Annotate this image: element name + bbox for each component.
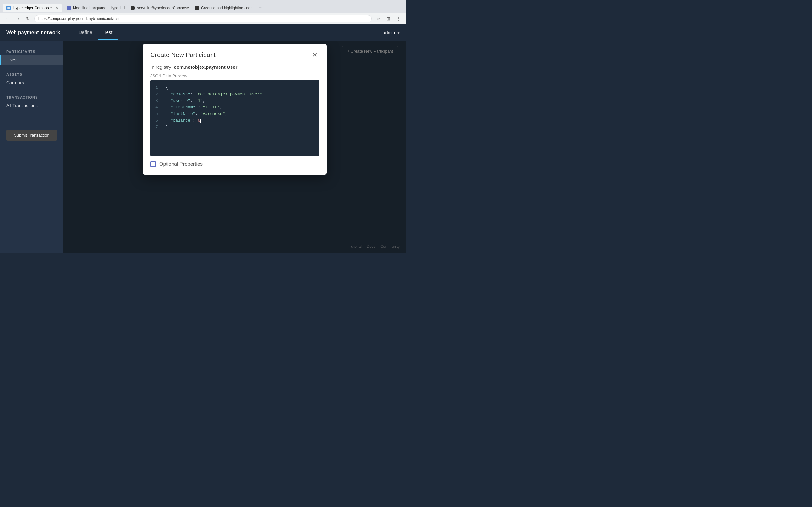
address-bar: ← → ↻ https://composer-playground.myblue… <box>0 13 406 24</box>
line-content-5: "lastName": "Varghese", <box>165 111 227 118</box>
brand-light: Web <box>6 30 18 35</box>
top-nav: Web payment-network Define Test admin ▾ <box>0 24 406 41</box>
code-line-3: 3 "userID": "1", <box>155 98 314 105</box>
refresh-button[interactable]: ↻ <box>24 15 32 22</box>
modal-title: Create New Participant <box>150 51 216 59</box>
modal-header: Create New Participant ✕ <box>143 44 327 64</box>
optional-properties-label: Optional Properties <box>159 161 203 167</box>
line-content-1: { <box>165 84 168 91</box>
modal-overlay[interactable]: Create New Participant ✕ In registry: co… <box>63 41 406 252</box>
main-content: PARTICIPANTS User ASSETS Currency TRANSA… <box>0 41 406 252</box>
tab-close-1[interactable]: ✕ <box>55 6 58 10</box>
forward-button[interactable]: → <box>14 15 21 22</box>
code-line-2: 2 "$class": "com.netobjex.payment.User", <box>155 91 314 98</box>
participants-section-title: PARTICIPANTS <box>0 47 63 55</box>
tab-label-4: Creating and highlighting code... <box>201 6 254 10</box>
sidebar: PARTICIPANTS User ASSETS Currency TRANSA… <box>0 41 63 252</box>
tab-define[interactable]: Define <box>73 25 98 40</box>
extensions-icon[interactable]: ⊞ <box>385 15 392 22</box>
modal-create-participant: Create New Participant ✕ In registry: co… <box>143 44 327 175</box>
code-line-5: 5 "lastName": "Varghese", <box>155 111 314 118</box>
modal-close-button[interactable]: ✕ <box>310 50 319 59</box>
registry-value: com.netobjex.payment.User <box>174 64 237 70</box>
registry-label: In registry: com.netobjex.payment.User <box>150 64 319 70</box>
line-content-7: } <box>165 124 168 131</box>
optional-section: Optional Properties <box>150 161 319 167</box>
sidebar-divider-2 <box>0 88 63 93</box>
line-num-3: 3 <box>155 98 160 105</box>
line-content-3: "userID": "1", <box>165 98 205 105</box>
bookmark-icon[interactable]: ☆ <box>374 15 382 22</box>
tab-bar: Hyperledger Composer ✕ Modeling Language… <box>0 0 406 13</box>
tab-github-1[interactable]: servntire/hyperledgerCompose... ✕ <box>127 4 190 12</box>
url-bar[interactable]: https://composer-playground.mybluemix.ne… <box>34 15 372 22</box>
brand: Web payment-network <box>6 30 60 36</box>
tab-favicon-2 <box>67 6 71 10</box>
code-line-1: 1 { <box>155 84 314 91</box>
code-editor[interactable]: 1 { 2 "$class": "com.netobjex.payment.Us… <box>150 80 319 156</box>
sidebar-item-currency[interactable]: Currency <box>0 78 63 88</box>
sidebar-divider-1 <box>0 65 63 70</box>
sidebar-item-all-transactions[interactable]: All Transactions <box>0 101 63 111</box>
page-area: + Create New Participant Create New Part… <box>63 41 406 252</box>
code-line-4: 4 "firstName": "Tittu", <box>155 104 314 111</box>
line-content-2: "$class": "com.netobjex.payment.User", <box>165 91 264 98</box>
sidebar-item-user[interactable]: User <box>0 55 63 65</box>
line-num-4: 4 <box>155 104 160 111</box>
tab-favicon-1 <box>6 6 11 10</box>
tab-label-3: servntire/hyperledgerCompose... <box>137 6 190 10</box>
tab-github-2[interactable]: Creating and highlighting code... ✕ <box>191 4 254 12</box>
code-line-7: 7 } <box>155 124 314 131</box>
menu-icon[interactable]: ⋮ <box>395 15 402 22</box>
modal-body: In registry: com.netobjex.payment.User J… <box>143 64 327 175</box>
line-content-6: "balance": 0 <box>165 118 201 124</box>
nav-right: admin ▾ <box>383 30 400 35</box>
admin-chevron-icon[interactable]: ▾ <box>397 30 400 35</box>
nav-tabs: Define Test <box>73 25 383 40</box>
brand-bold: payment-network <box>18 30 60 35</box>
app-wrapper: Web payment-network Define Test admin ▾ … <box>0 24 406 252</box>
line-content-4: "firstName": "Tittu", <box>165 104 222 111</box>
line-num-6: 6 <box>155 118 160 124</box>
tab-hyperledger-composer[interactable]: Hyperledger Composer ✕ <box>3 4 62 12</box>
svg-point-0 <box>7 7 10 9</box>
browser-chrome: Hyperledger Composer ✕ Modeling Language… <box>0 0 406 24</box>
tab-favicon-4 <box>195 6 199 10</box>
line-num-5: 5 <box>155 111 160 118</box>
submit-transaction-button[interactable]: Submit Transaction <box>6 130 57 141</box>
tab-test[interactable]: Test <box>98 25 118 40</box>
line-num-7: 7 <box>155 124 160 131</box>
transactions-section-title: TRANSACTIONS <box>0 93 63 101</box>
tab-modeling-language[interactable]: Modeling Language | Hyperled... ✕ <box>63 4 126 12</box>
tab-label-1: Hyperledger Composer <box>13 6 52 10</box>
back-button[interactable]: ← <box>4 15 11 22</box>
optional-properties-checkbox[interactable] <box>150 161 156 167</box>
json-preview-label: JSON Data Preview <box>150 73 319 78</box>
admin-label: admin <box>383 30 395 35</box>
code-line-6: 6 "balance": 0 <box>155 118 314 124</box>
assets-section-title: ASSETS <box>0 70 63 78</box>
line-num-1: 1 <box>155 84 160 91</box>
new-tab-button[interactable]: ＋ <box>255 3 265 13</box>
line-num-2: 2 <box>155 91 160 98</box>
registry-prefix: In registry: <box>150 64 174 70</box>
tab-label-2: Modeling Language | Hyperled... <box>73 6 126 10</box>
tab-favicon-3 <box>131 6 135 10</box>
